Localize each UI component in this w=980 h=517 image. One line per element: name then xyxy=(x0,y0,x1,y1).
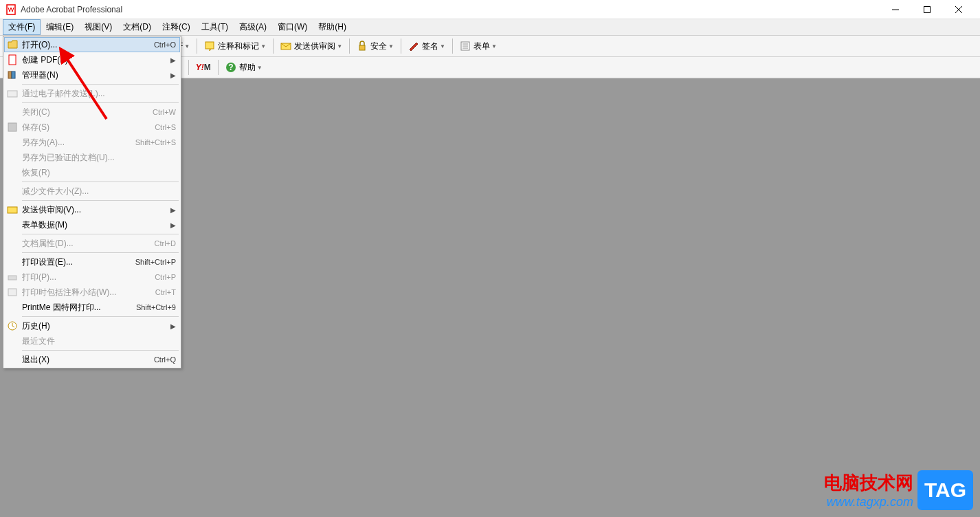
lock-icon xyxy=(357,41,368,52)
menu-shortcut: Ctrl+S xyxy=(155,123,176,131)
menu-label: 减少文件大小(Z)... xyxy=(22,186,176,197)
separator xyxy=(452,38,453,54)
folder-open-icon xyxy=(8,39,19,50)
close-button[interactable] xyxy=(943,0,975,19)
menu-print-setup[interactable]: 打印设置(E)... Shift+Ctrl+P xyxy=(4,254,180,270)
watermark-tag: TAG xyxy=(917,470,973,510)
menu-separator xyxy=(22,234,179,234)
menu-file[interactable]: 文件(F) xyxy=(3,19,41,35)
menu-advanced[interactable]: 高级(A) xyxy=(234,19,272,35)
comment-markup-button[interactable]: 注释和标记 ▼ xyxy=(201,38,269,54)
sign-button[interactable]: 签名 ▼ xyxy=(405,38,449,54)
maximize-button[interactable] xyxy=(911,0,943,19)
watermark-text-cn: 电脑技术网 xyxy=(824,471,913,495)
forms-button[interactable]: 表单 ▼ xyxy=(456,38,500,54)
menu-send-for-review[interactable]: 发送供审阅(V)... ▶ xyxy=(4,202,180,217)
menu-save-as: 另存为(A)... Shift+Ctrl+S xyxy=(4,135,180,150)
menu-label: 打印时包括注释小结(W)... xyxy=(22,287,155,298)
menu-shortcut: Ctrl+P xyxy=(155,273,176,281)
svg-rect-37 xyxy=(8,91,17,97)
menu-exit[interactable]: 退出(X) Ctrl+Q xyxy=(4,352,180,367)
menu-label: 保存(S) xyxy=(22,122,155,133)
form-icon xyxy=(460,41,471,52)
security-button[interactable]: 安全 ▼ xyxy=(353,38,397,54)
submenu-arrow-icon: ▶ xyxy=(170,72,176,79)
menu-label: 发送供审阅(V)... xyxy=(22,204,170,216)
chevron-down-icon: ▼ xyxy=(440,43,445,50)
yahoo-button[interactable]: Y!M xyxy=(192,59,214,76)
menu-separator xyxy=(22,252,179,253)
menu-separator xyxy=(22,200,179,201)
titlebar: Adobe Acrobat Professional xyxy=(0,0,980,19)
menu-window[interactable]: 窗口(W) xyxy=(272,19,313,35)
menu-open[interactable]: 打开(O)... Ctrl+O xyxy=(4,37,180,52)
separator xyxy=(273,38,274,54)
menubar: 文件(F) 编辑(E) 视图(V) 文档(D) 注释(C) 工具(T) 高级(A… xyxy=(0,19,980,36)
menu-document[interactable]: 文档(D) xyxy=(118,19,157,35)
submenu-arrow-icon: ▶ xyxy=(170,221,176,229)
svg-rect-40 xyxy=(8,276,16,280)
menu-label: 关闭(C) xyxy=(22,107,153,118)
menu-shortcut: Shift+Ctrl+S xyxy=(135,138,176,146)
envelope-icon xyxy=(280,41,291,52)
menu-edit[interactable]: 编辑(E) xyxy=(41,19,79,35)
menu-label: 打开(O)... xyxy=(22,39,154,51)
help-icon: ? xyxy=(225,62,236,73)
menu-label: 恢复(R) xyxy=(22,167,176,179)
menu-close: 关闭(C) Ctrl+W xyxy=(4,104,180,120)
chevron-down-icon: ▼ xyxy=(491,43,497,50)
menu-label: 管理器(N) xyxy=(22,69,170,81)
menu-label: 表单数据(M) xyxy=(22,219,170,231)
tool-label: 表单 xyxy=(474,41,490,52)
tool-label: 安全 xyxy=(370,41,387,52)
help-button[interactable]: ? 帮助 ▼ xyxy=(222,59,266,76)
menu-printme[interactable]: PrintMe 因特网打印... Shift+Ctrl+9 xyxy=(4,300,180,315)
menu-help[interactable]: 帮助(H) xyxy=(313,19,352,35)
chevron-down-icon: ▼ xyxy=(260,43,266,50)
svg-rect-39 xyxy=(8,207,17,213)
svg-text:?: ? xyxy=(228,63,233,72)
tool-label: 签名 xyxy=(422,41,438,52)
menu-separator xyxy=(22,84,179,85)
menu-form-data[interactable]: 表单数据(M) ▶ xyxy=(4,217,180,232)
svg-rect-35 xyxy=(8,72,12,78)
note-icon xyxy=(204,41,215,52)
separator xyxy=(218,60,219,75)
send-for-review-button[interactable]: 发送供审阅 ▼ xyxy=(277,38,346,54)
menu-print: 打印(P)... Ctrl+P xyxy=(4,270,180,285)
menu-shortcut: Ctrl+T xyxy=(155,288,176,296)
tool-label: 帮助 xyxy=(239,62,256,74)
print-comments-icon xyxy=(7,287,18,298)
menu-separator xyxy=(22,350,179,351)
menu-print-with-comments: 打印时包括注释小结(W)... Ctrl+T xyxy=(4,285,180,300)
menu-label: 另存为已验证的文档(U)... xyxy=(22,152,176,164)
menu-label: 创建 PDF(F) xyxy=(22,54,170,66)
svg-rect-2 xyxy=(924,6,931,12)
svg-rect-18 xyxy=(359,45,365,50)
submenu-arrow-icon: ▶ xyxy=(170,56,176,64)
menu-tools[interactable]: 工具(T) xyxy=(196,19,234,35)
menu-comments[interactable]: 注释(C) xyxy=(157,19,196,35)
app-icon xyxy=(5,4,16,15)
pdf-icon xyxy=(7,54,18,65)
menu-email: 通过电子邮件发送(L)... xyxy=(4,86,180,101)
minimize-button[interactable] xyxy=(880,0,911,19)
menu-shortcut: Ctrl+W xyxy=(153,108,176,116)
menu-label: 退出(X) xyxy=(22,354,154,366)
menu-label: 另存为(A)... xyxy=(22,137,135,148)
separator xyxy=(349,38,350,54)
menu-organizer[interactable]: 管理器(N) ▶ xyxy=(4,67,180,82)
menu-label: 文档属性(D)... xyxy=(22,238,155,250)
submenu-arrow-icon: ▶ xyxy=(170,206,176,214)
menu-view[interactable]: 视图(V) xyxy=(79,19,118,35)
menu-doc-properties: 文档属性(D)... Ctrl+D xyxy=(4,236,180,251)
email-icon xyxy=(7,88,18,99)
svg-rect-41 xyxy=(8,289,16,296)
print-icon xyxy=(7,272,18,283)
menu-separator xyxy=(22,316,179,317)
svg-rect-38 xyxy=(8,123,16,131)
svg-rect-36 xyxy=(12,72,15,78)
menu-create-pdf[interactable]: 创建 PDF(F) ▶ xyxy=(4,52,180,67)
menu-history[interactable]: 历史(H) ▶ xyxy=(4,318,180,333)
menu-shortcut: Shift+Ctrl+9 xyxy=(136,303,176,311)
